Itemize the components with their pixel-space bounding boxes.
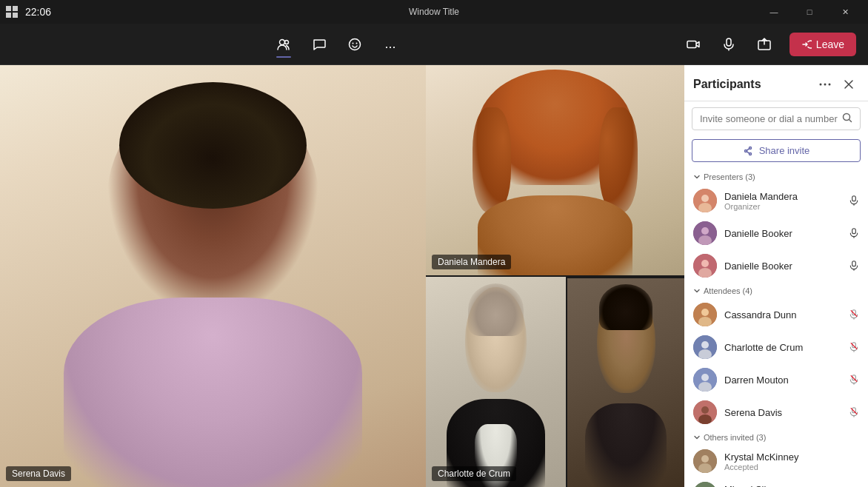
close-button[interactable]: ✕ xyxy=(828,0,862,24)
search-icon xyxy=(842,112,852,125)
participant-name: Serena Davis xyxy=(724,407,841,418)
participant-info: Daniela Mandera Organizer xyxy=(724,191,841,211)
svg-point-32 xyxy=(701,341,709,349)
participant-item[interactable]: Miguel Silva Declined xyxy=(684,477,868,487)
participant-item[interactable]: Charlotte de Crum xyxy=(684,331,868,363)
section-attendees-label: Attendees (4) xyxy=(704,286,752,295)
svg-point-1 xyxy=(284,40,288,44)
avatar xyxy=(693,482,717,487)
avatar xyxy=(693,449,717,473)
svg-point-8 xyxy=(820,84,822,86)
participant-item[interactable]: Danielle Booker xyxy=(684,249,868,282)
participant-role: Organizer xyxy=(724,202,841,211)
svg-point-28 xyxy=(701,309,709,316)
participant-name: Danielle Booker xyxy=(724,261,841,272)
participant-role: Accepted xyxy=(724,463,859,471)
mic-btn[interactable] xyxy=(712,28,745,61)
share-btn[interactable] xyxy=(748,28,781,61)
participant-mic-on xyxy=(849,195,859,206)
search-bar[interactable] xyxy=(692,107,861,130)
participant-item[interactable]: Serena Davis xyxy=(684,396,868,429)
section-others-label: Others invited (3) xyxy=(704,433,766,442)
participant-item[interactable]: Krystal McKinney Accepted xyxy=(684,445,868,477)
video-bottom-right-feed xyxy=(566,277,684,487)
more-label: ... xyxy=(384,36,395,52)
participant-mic-on xyxy=(849,228,859,238)
participant-mic-on xyxy=(849,261,859,271)
main-content: Serena Davis xyxy=(0,65,868,487)
participants-panel: Participants xyxy=(684,65,868,487)
svg-point-46 xyxy=(693,482,717,487)
participant-name: Daniela Mandera xyxy=(724,191,841,202)
more-toolbar-btn[interactable]: ... xyxy=(374,28,407,61)
svg-rect-5 xyxy=(687,41,696,47)
participant-name: Krystal McKinney xyxy=(724,451,859,463)
participant-name: Darren Mouton xyxy=(724,375,841,386)
window-title: Window Title xyxy=(409,7,459,17)
video-label-serena: Serena Davis xyxy=(6,466,71,481)
titlebar: 22:06 Window Title — □ ✕ xyxy=(0,0,868,24)
video-label-charlotte: Charlotte de Crum xyxy=(432,466,516,481)
video-bottom-row: Charlotte de Crum xyxy=(426,277,684,487)
participant-item[interactable]: Danielle Booker xyxy=(684,217,868,249)
share-invite-button[interactable]: Share invite xyxy=(692,139,861,162)
participant-mic-off xyxy=(849,375,859,385)
panel-close-btn[interactable] xyxy=(838,74,859,95)
leave-button[interactable]: Leave xyxy=(789,33,856,56)
participant-info: Danielle Booker xyxy=(724,261,841,272)
participant-info: Miguel Silva Declined xyxy=(724,484,859,488)
clock: 22:06 xyxy=(25,6,51,18)
participant-item[interactable]: Darren Mouton xyxy=(684,363,868,396)
svg-rect-26 xyxy=(852,261,856,266)
section-presenters: Presenters (3) xyxy=(684,168,868,184)
maximize-button[interactable]: □ xyxy=(792,0,827,24)
svg-point-24 xyxy=(701,260,709,267)
search-input[interactable] xyxy=(700,113,838,124)
participant-item[interactable]: Cassandra Dunn xyxy=(684,298,868,331)
video-main-feed: Serena Davis xyxy=(0,65,426,487)
window-controls: — □ ✕ xyxy=(757,0,862,24)
panel-header: Participants xyxy=(684,65,868,101)
chevron-down-icon xyxy=(693,287,701,295)
participant-info: Darren Mouton xyxy=(724,375,841,386)
participant-item[interactable]: Daniela Mandera Organizer xyxy=(684,184,868,217)
participant-name: Miguel Silva xyxy=(724,484,859,488)
participants-toolbar-btn[interactable] xyxy=(267,28,300,61)
svg-point-9 xyxy=(824,84,827,86)
svg-point-2 xyxy=(349,38,360,50)
camera-btn[interactable] xyxy=(677,28,710,61)
video-grid: Serena Davis xyxy=(0,65,684,487)
panel-header-icons xyxy=(815,74,859,95)
avatar xyxy=(693,400,717,424)
avatar xyxy=(693,254,717,278)
participant-name: Cassandra Dunn xyxy=(724,309,841,320)
chat-toolbar-btn[interactable] xyxy=(303,28,335,61)
avatar xyxy=(693,221,717,245)
avatar xyxy=(693,368,717,392)
participants-list: Presenters (3) Daniela Mandera Organizer xyxy=(684,168,868,487)
svg-point-36 xyxy=(701,374,709,381)
minimize-button[interactable]: — xyxy=(757,0,791,24)
svg-point-4 xyxy=(355,42,357,44)
avatar xyxy=(693,335,717,359)
svg-point-3 xyxy=(352,42,353,44)
leave-label: Leave xyxy=(816,38,844,50)
grid-icon xyxy=(6,6,18,18)
participant-info: Krystal McKinney Accepted xyxy=(724,451,859,471)
section-presenters-label: Presenters (3) xyxy=(704,172,755,181)
video-label-daniela: Daniela Mandera xyxy=(432,255,511,269)
participant-mic-off xyxy=(849,407,859,417)
chevron-down-icon xyxy=(693,173,701,181)
panel-more-btn[interactable] xyxy=(815,74,835,95)
svg-rect-18 xyxy=(852,196,856,201)
participant-mic-off xyxy=(849,342,859,352)
participant-info: Charlotte de Crum xyxy=(724,342,841,353)
participant-info: Danielle Booker xyxy=(724,228,841,239)
section-others: Others invited (3) xyxy=(684,429,868,445)
titlebar-left: 22:06 xyxy=(6,6,51,18)
section-attendees: Attendees (4) xyxy=(684,282,868,298)
video-right: Daniela Mandera xyxy=(426,65,684,487)
svg-point-10 xyxy=(829,84,831,86)
reactions-toolbar-btn[interactable] xyxy=(338,28,371,61)
participant-mic-off xyxy=(849,309,859,320)
